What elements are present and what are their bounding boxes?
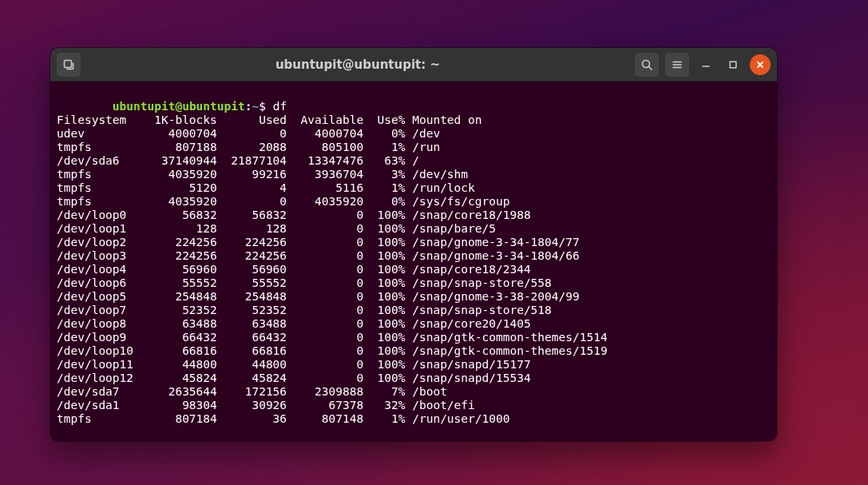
hamburger-icon	[671, 58, 684, 71]
df-row: tmpfs 4035920 0 4035920 0% /sys/fs/cgrou…	[57, 195, 766, 209]
prompt-symbol: $	[259, 100, 266, 113]
df-row: /dev/loop0 56832 56832 0 100% /snap/core…	[57, 209, 766, 222]
maximize-button[interactable]	[723, 54, 743, 75]
df-row: /dev/sda1 98304 30926 67378 32% /boot/ef…	[57, 399, 766, 412]
command-text: df	[273, 100, 287, 113]
df-row: tmpfs 807188 2088 805100 1% /run	[57, 141, 766, 154]
minimize-button[interactable]	[696, 54, 716, 75]
df-row: /dev/loop5 254848 254848 0 100% /snap/gn…	[57, 290, 766, 304]
terminal-content[interactable]: ubuntupit@ubuntupit:~$ df Filesystem 1K-…	[50, 81, 777, 441]
prompt-host: ubuntupit	[182, 100, 245, 113]
df-row: /dev/loop1 128 128 0 100% /snap/bare/5	[57, 222, 766, 236]
window-title: ubuntupit@ubuntupit: ~	[81, 58, 635, 72]
df-row: /dev/sda7 2635644 172156 2309888 7% /boo…	[57, 385, 766, 399]
close-icon	[755, 59, 766, 70]
prompt-line: ubuntupit@ubuntupit:~$ df	[113, 100, 287, 113]
prompt-at: @	[175, 100, 182, 113]
df-header-row: Filesystem 1K-blocks Used Available Use%…	[57, 113, 766, 127]
df-row: /dev/loop3 224256 224256 0 100% /snap/gn…	[57, 249, 766, 263]
df-row: udev 4000704 0 4000704 0% /dev	[57, 127, 766, 141]
df-row: /dev/loop8 63488 63488 0 100% /snap/core…	[57, 317, 766, 331]
df-row: /dev/loop6 55552 55552 0 100% /snap/snap…	[57, 276, 766, 290]
df-row: tmpfs 4035920 99216 3936704 3% /dev/shm	[57, 168, 766, 181]
new-tab-icon	[62, 58, 75, 71]
prompt-user: ubuntupit	[113, 100, 176, 113]
search-icon	[640, 58, 653, 71]
df-row: /dev/loop2 224256 224256 0 100% /snap/gn…	[57, 236, 766, 249]
terminal-window: ubuntupit@ubuntupit: ~	[50, 48, 777, 441]
df-row: /dev/loop7 52352 52352 0 100% /snap/snap…	[57, 304, 766, 317]
df-row: tmpfs 5120 4 5116 1% /run/lock	[57, 181, 766, 195]
svg-rect-0	[65, 60, 72, 67]
close-button[interactable]	[750, 54, 771, 75]
df-row: /dev/loop10 66816 66816 0 100% /snap/gtk…	[57, 344, 766, 358]
df-row: /dev/loop11 44800 44800 0 100% /snap/sna…	[57, 358, 766, 372]
menu-button[interactable]	[665, 53, 689, 77]
minimize-icon	[700, 59, 711, 70]
df-row: /dev/loop9 66432 66432 0 100% /snap/gtk-…	[57, 331, 766, 344]
df-row: /dev/loop4 56960 56960 0 100% /snap/core…	[57, 263, 766, 276]
search-button[interactable]	[635, 53, 659, 77]
df-row: tmpfs 807184 36 807148 1% /run/user/1000	[57, 412, 766, 426]
df-row: /dev/sda6 37140944 21877104 13347476 63%…	[57, 154, 766, 168]
maximize-icon	[727, 59, 739, 70]
new-tab-button[interactable]	[57, 53, 81, 77]
titlebar: ubuntupit@ubuntupit: ~	[50, 48, 777, 81]
prompt-path: ~	[252, 100, 259, 113]
svg-rect-2	[730, 62, 736, 68]
df-row: /dev/loop12 45824 45824 0 100% /snap/sna…	[57, 372, 766, 385]
desktop-background: ubuntupit@ubuntupit: ~	[0, 0, 868, 485]
